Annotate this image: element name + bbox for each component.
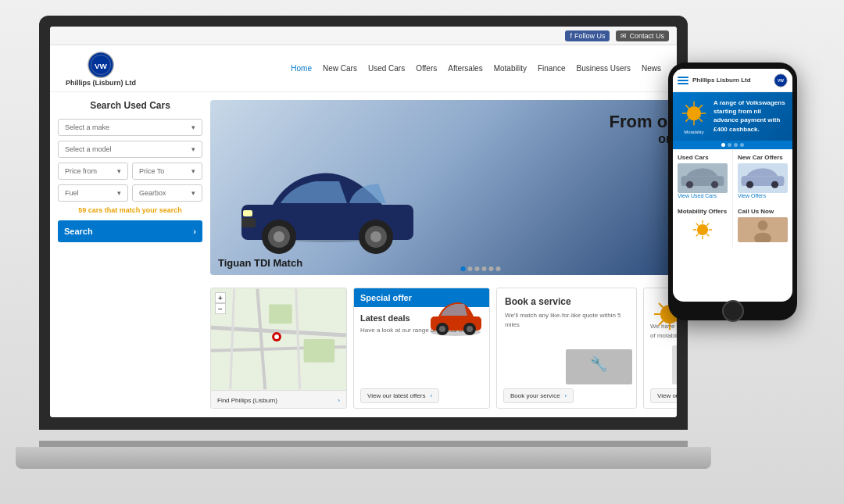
dot-2[interactable] xyxy=(468,266,473,271)
map-zoom-in[interactable]: + xyxy=(215,292,226,303)
service-tools-icon: 🔧 xyxy=(566,349,632,384)
phone-hero-text: A range of Volkswagens starting from nil… xyxy=(713,98,786,134)
offer-panel: Special offer xyxy=(353,288,490,409)
svg-line-76 xyxy=(696,234,699,236)
search-count: 59 cars that match your search xyxy=(58,206,202,214)
contact-us-button[interactable]: ✉ Contact Us xyxy=(616,30,669,41)
phone-dot-1[interactable] xyxy=(721,143,725,147)
price-from-select[interactable]: Price from ▾ xyxy=(58,163,128,180)
map-controls: + − xyxy=(215,292,226,314)
svg-point-62 xyxy=(686,181,693,188)
map-footer: Find Phillips (Lisburn) › xyxy=(211,390,346,409)
phone-screen: Phillips Lisburn Ltd VW xyxy=(673,69,792,302)
hero-banner: From only £849 on Motability xyxy=(210,100,677,275)
car-image xyxy=(226,154,429,256)
nav-business[interactable]: Business Users xyxy=(577,64,631,73)
dot-1[interactable] xyxy=(461,266,466,271)
phone-grid-used-cars[interactable]: Used Cars View Used Cars xyxy=(673,149,732,203)
nav-new-cars[interactable]: New Cars xyxy=(323,64,357,73)
offer-header: Special offer xyxy=(354,288,489,307)
model-select[interactable]: Select a model ▾ xyxy=(58,141,202,158)
menu-line-3 xyxy=(678,83,688,84)
svg-text:VW: VW xyxy=(95,61,108,70)
main-content: Search Used Cars Select a make ▾ Select … xyxy=(50,92,677,416)
phone-dot-3[interactable] xyxy=(734,143,738,147)
phone-hero: Motability A range of Volkswagens starti… xyxy=(673,92,792,141)
phone-home-button[interactable] xyxy=(722,300,744,322)
dot-5[interactable] xyxy=(489,266,494,271)
book-service-button[interactable]: Book your service › xyxy=(503,388,574,403)
service-desc: We'll match any like-for-like quote with… xyxy=(497,311,636,330)
laptop: f Follow Us ✉ Contact Us xyxy=(39,16,719,469)
nav-motability[interactable]: Motability xyxy=(494,64,527,73)
map-footer-link[interactable]: › xyxy=(338,397,340,404)
follow-us-button[interactable]: f Follow Us xyxy=(565,30,610,41)
phone-new-cars-img xyxy=(738,163,788,193)
nav-news[interactable]: News xyxy=(642,64,661,73)
phone-grid-new-cars[interactable]: New Car Offers View Offers xyxy=(733,149,792,203)
phone-nav: Phillips Lisburn Ltd VW xyxy=(673,69,792,92)
map-bg: + − xyxy=(211,288,346,390)
fuel-select[interactable]: Fuel ▾ xyxy=(58,184,128,202)
svg-line-56 xyxy=(685,105,689,109)
view-motability-button[interactable]: View our motability offers › xyxy=(650,388,677,403)
nav-offers[interactable]: Offers xyxy=(416,64,437,73)
svg-point-30 xyxy=(467,326,473,332)
nav: VW Phillips (Lisburn) Ltd Home New Cars … xyxy=(50,45,677,92)
nav-finance[interactable]: Finance xyxy=(538,64,566,73)
service-title: Book a service xyxy=(497,288,636,311)
nav-home[interactable]: Home xyxy=(291,64,312,73)
price-to-select[interactable]: Price To ▾ xyxy=(132,163,202,180)
scene: f Follow Us ✉ Contact Us xyxy=(0,0,844,504)
phone-carousel-dots xyxy=(673,141,792,149)
nav-used-cars[interactable]: Used Cars xyxy=(368,64,405,73)
nav-aftersales[interactable]: Aftersales xyxy=(448,64,482,73)
chevron-down-icon: ▾ xyxy=(191,123,195,131)
svg-point-10 xyxy=(370,231,381,242)
laptop-screen-outer: f Follow Us ✉ Contact Us xyxy=(39,16,688,430)
phone-dot-2[interactable] xyxy=(728,143,731,147)
arrow-right-icon: › xyxy=(193,227,196,236)
make-select[interactable]: Select a make ▾ xyxy=(58,119,202,136)
phone-used-cars-img xyxy=(678,163,728,193)
phone-grid: Used Cars View Used Cars xyxy=(673,149,792,203)
map-zoom-out[interactable]: − xyxy=(215,303,226,314)
laptop-screen-inner: f Follow Us ✉ Contact Us xyxy=(50,27,677,417)
svg-point-24 xyxy=(274,334,279,339)
svg-line-57 xyxy=(699,118,703,122)
dot-4[interactable] xyxy=(482,266,487,271)
nav-brand: Phillips (Lisburn) Ltd xyxy=(66,79,136,87)
offer-car-icon xyxy=(427,295,485,338)
svg-line-41 xyxy=(659,320,663,325)
search-button[interactable]: Search › xyxy=(58,220,202,242)
map-streets xyxy=(211,288,346,390)
svg-point-66 xyxy=(746,181,753,188)
view-offers-button[interactable]: View our latest offers › xyxy=(360,388,439,403)
dot-3[interactable] xyxy=(475,266,480,271)
arrow-icon: › xyxy=(565,392,567,399)
right-column: From only £849 on Motability xyxy=(210,100,677,409)
phone-call-us-item[interactable]: Call Us Now xyxy=(733,203,792,247)
hamburger-menu-icon[interactable] xyxy=(678,77,688,84)
gearbox-select[interactable]: Gearbox ▾ xyxy=(132,184,202,202)
svg-rect-12 xyxy=(241,218,256,227)
laptop-hinge xyxy=(39,441,688,447)
phone-motability-sun-icon xyxy=(690,217,715,242)
svg-rect-21 xyxy=(269,305,292,324)
phone-call-us-image xyxy=(738,217,788,242)
phone-brand: Phillips Lisburn Ltd xyxy=(692,77,770,84)
svg-text:VW: VW xyxy=(778,79,784,83)
svg-line-39 xyxy=(676,320,677,325)
dot-6[interactable] xyxy=(496,266,501,271)
svg-point-67 xyxy=(771,181,778,188)
phone-dot-4[interactable] xyxy=(740,143,744,147)
website: f Follow Us ✉ Contact Us xyxy=(50,27,677,417)
phone-bottom-grid: Motability Offers xyxy=(673,203,792,247)
facebook-icon: f xyxy=(570,32,572,40)
phone-motability-item[interactable]: Motability Offers xyxy=(673,203,732,247)
hero-text: From only £849 on Motability xyxy=(610,112,677,146)
nav-logo: VW Phillips (Lisburn) Ltd xyxy=(66,51,136,87)
phone-used-car-icon xyxy=(678,163,728,193)
chevron-down-icon: ▾ xyxy=(191,145,195,153)
svg-point-28 xyxy=(439,326,445,332)
